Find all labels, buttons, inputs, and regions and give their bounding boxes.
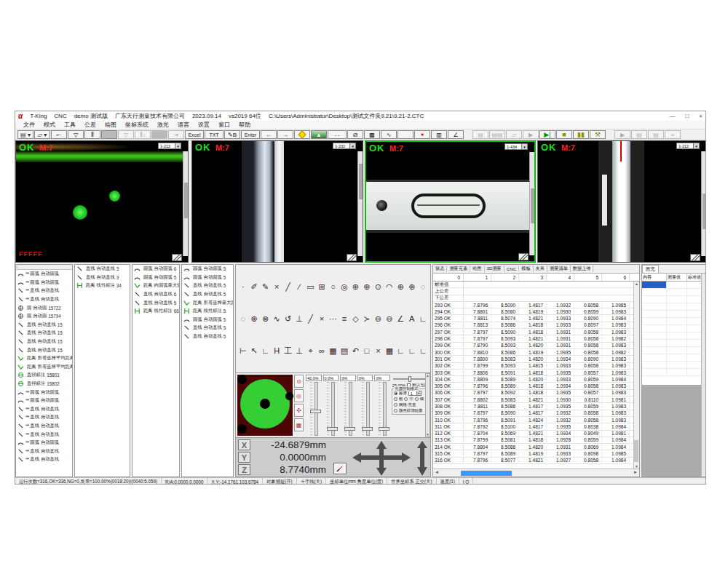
camera-scrollbar[interactable] <box>183 151 188 256</box>
maximize-button[interactable]: □ <box>685 113 689 119</box>
hammer-button[interactable]: ⚒ <box>590 130 606 139</box>
close-button[interactable]: × <box>699 113 703 119</box>
table-row-309[interactable]: 309 OK7.87978.50901.48171.09320.80581.09… <box>433 410 633 417</box>
table-row-298[interactable]: 298 OK7.87978.50931.48211.09310.80581.09… <box>433 335 633 342</box>
grid-brightness-radio[interactable] <box>394 403 397 407</box>
menu-item-工具[interactable]: 工具 <box>60 121 79 129</box>
arrow-right-button[interactable]: → <box>277 130 293 139</box>
grid-box-tool-icon[interactable]: ▦ <box>329 346 337 356</box>
menu-item-帮助[interactable]: 帮助 <box>235 121 254 129</box>
slope-line-tool-icon[interactable]: ╱ <box>306 314 314 324</box>
camera-view-4[interactable]: OK M:7 1-212▾ <box>537 140 706 263</box>
element-item[interactable]: ***圆弧自动圆弧 <box>16 439 72 447</box>
angle-ref-tool-icon[interactable]: ∟ <box>419 314 427 323</box>
spline-tool-icon[interactable]: ↺ <box>284 314 292 324</box>
i-beam-tool-icon[interactable]: 工 <box>284 346 292 356</box>
table-hscroll-thumb[interactable] <box>461 471 512 476</box>
angle-tool-icon[interactable]: ∠ <box>397 314 405 324</box>
angle-dim-2-tool-icon[interactable]: ∟ <box>408 346 416 355</box>
rect-select-tool-icon[interactable]: □ <box>363 346 371 355</box>
element-item[interactable]: 圆弧自动圆弧5 <box>182 316 233 324</box>
menu-item-公差[interactable]: 公差 <box>81 121 100 129</box>
link-tool-icon[interactable]: ∞ <box>317 346 325 355</box>
circle-tool-icon[interactable]: ○ <box>329 282 337 291</box>
circle-cross-2-tool-icon[interactable]: ⊕ <box>363 282 371 292</box>
table-tab-CNC[interactable]: CNC <box>505 266 519 271</box>
element-item[interactable]: ***直线自动直线 <box>16 295 72 304</box>
detail-row[interactable] <box>642 289 706 296</box>
z-axis-button[interactable]: Z <box>238 464 250 475</box>
slider-thumb[interactable] <box>344 427 355 431</box>
parallel-tool-icon[interactable]: ≡ <box>340 314 348 323</box>
detail-row[interactable] <box>642 325 706 332</box>
save-button[interactable]: ▤ ▾ <box>17 130 33 139</box>
standard-radio[interactable] <box>394 391 397 395</box>
table-tab-3D测量[interactable]: 3D测量 <box>485 266 505 272</box>
master-light-slider[interactable] <box>393 376 427 382</box>
detail-row[interactable] <box>642 296 706 303</box>
element-item[interactable]: 直线自动直线5 <box>182 324 233 332</box>
element-item[interactable]: ***直线自动直线 <box>16 287 72 295</box>
scroll-down-icon[interactable]: ▼ <box>426 433 429 437</box>
copy-tool-icon[interactable]: ▤ <box>340 346 348 356</box>
menu-item-语言[interactable]: 语言 <box>174 121 193 129</box>
element-item[interactable]: ***圆弧自动圆弧 <box>16 396 72 405</box>
run-to-end-button[interactable]: ▶| <box>539 130 555 139</box>
status-segment-9[interactable]: I O <box>459 478 473 485</box>
table-row-294[interactable]: 294 OK7.88018.50801.48191.09300.80591.09… <box>433 308 633 315</box>
menu-item-绘图[interactable]: 绘图 <box>101 121 120 129</box>
table-row-308[interactable]: 308 OK7.88118.50881.48171.09350.80591.09… <box>433 403 633 410</box>
table-row-301[interactable]: 301 OK7.88008.50831.48201.09340.80901.09… <box>433 356 633 362</box>
element-item[interactable]: 直线自动直线5 <box>182 290 233 299</box>
table-vscroll-thumb[interactable] <box>634 440 638 462</box>
delete-tool-icon[interactable]: × <box>374 346 382 355</box>
menu-item-窗口[interactable]: 窗口 <box>215 121 234 129</box>
status-segment-5[interactable]: 十字线(关) <box>297 478 326 485</box>
light-mode-quad-icon[interactable]: ✣ <box>294 404 304 417</box>
scroll-left-icon[interactable]: ◄ <box>435 470 439 474</box>
angle-dim-3-tool-icon[interactable]: ∟ <box>419 346 427 355</box>
table-tab-夹具[interactable]: 夹具 <box>534 266 547 272</box>
ring-light-center[interactable] <box>260 399 270 409</box>
minimize-button[interactable]: — <box>669 113 675 119</box>
camera-resize-icon[interactable] <box>690 254 700 261</box>
txt-export-button[interactable]: TXT <box>205 130 223 139</box>
element-item[interactable]: 圆自动圆15794 <box>16 312 72 321</box>
dots-tool-icon[interactable]: ⋯ <box>329 314 337 324</box>
dash-dash-button[interactable]: - - <box>328 130 347 139</box>
curve-button[interactable]: ∿ <box>381 130 397 139</box>
camera-range-dropdown[interactable]: 1-212▾ <box>158 143 181 149</box>
h-gauge-tool-icon[interactable]: H <box>272 346 280 355</box>
ellipse-2-tool-icon[interactable]: ◌ <box>239 314 247 323</box>
table-row-299[interactable]: 299 OK7.87908.50931.48201.09310.80581.09… <box>433 343 633 349</box>
grid-pattern-button[interactable]: ▥ <box>431 130 447 139</box>
camera-resize-icon[interactable] <box>518 253 529 260</box>
element-item[interactable]: 直径标注15801 <box>16 371 72 380</box>
element-item[interactable]: 直线自动直线15 <box>16 329 72 338</box>
element-item[interactable]: 距离线性标注34 <box>75 282 130 290</box>
selected-cell[interactable] <box>642 282 667 288</box>
perpendicular-tool-icon[interactable]: ⊥ <box>295 314 303 324</box>
excel-export-button[interactable]: Excel <box>185 130 204 139</box>
list-hscroll[interactable]: ‹ <box>16 265 72 270</box>
radio-粗[interactable] <box>394 397 397 401</box>
menu-item-设置[interactable]: 设置 <box>194 121 213 129</box>
circle-hatch-2-tool-icon[interactable]: ⊗ <box>261 314 269 324</box>
detail-tab[interactable]: 图元 <box>642 265 659 273</box>
camera-range-dropdown[interactable]: 1-434▾ <box>505 143 528 150</box>
fixed-row-上公差[interactable]: 上公差 <box>433 288 633 295</box>
arrow-left-button[interactable]: ← <box>261 130 277 139</box>
position-tool-icon[interactable]: ⌖ <box>306 346 314 356</box>
element-item[interactable]: 圆弧自动圆弧5 <box>182 274 233 282</box>
table-tab-测量元素[interactable]: 测量元素 <box>447 266 470 272</box>
fixed-row-标准值[interactable]: 标准值 <box>433 282 633 288</box>
table-row-303[interactable]: 303 OK7.88068.50911.48181.09350.80571.09… <box>433 370 633 376</box>
slider-thumb[interactable] <box>362 427 373 431</box>
status-segment-6[interactable]: 坐标单位mm 角度单位(度) <box>326 478 387 485</box>
element-item[interactable]: ***圆弧自动圆弧 <box>16 270 72 279</box>
detail-row[interactable] <box>642 332 706 340</box>
table-row-295[interactable]: 295 OK7.88118.50741.48211.09330.80901.09… <box>433 315 633 322</box>
menu-item-文件[interactable]: 文件 <box>20 121 39 129</box>
camera-range-dropdown[interactable]: 1-212▾ <box>676 143 700 149</box>
text-tool-icon[interactable]: A <box>408 314 416 323</box>
